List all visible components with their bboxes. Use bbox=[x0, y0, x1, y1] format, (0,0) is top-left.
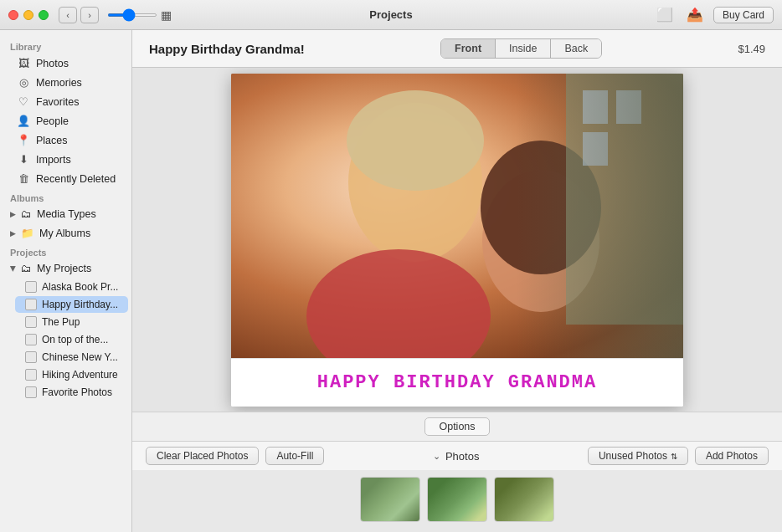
thumbnail-2[interactable] bbox=[427, 477, 487, 522]
toolbar-right: Unused Photos ⇅ Add Photos bbox=[588, 447, 769, 465]
project-item-hiking-adventure[interactable]: Hiking Adventure bbox=[15, 366, 128, 383]
sidebar-item-memories[interactable]: ◎ Memories bbox=[3, 74, 128, 91]
maximize-button[interactable] bbox=[39, 10, 49, 20]
svg-point-1 bbox=[347, 90, 484, 191]
sidebar: Library 🖼 Photos ◎ Memories ♡ Favorites … bbox=[0, 30, 132, 532]
expand-triangle-icon: ▶ bbox=[9, 266, 18, 272]
media-types-group[interactable]: ▶ 🗂 Media Types bbox=[3, 206, 128, 223]
auto-fill-button[interactable]: Auto-Fill bbox=[265, 447, 324, 465]
minimize-button[interactable] bbox=[23, 10, 33, 20]
buy-card-button[interactable]: Buy Card bbox=[713, 7, 774, 23]
card-text-area: HAPPY BIRTHDAY GRANDMA bbox=[231, 358, 683, 407]
media-types-label: Media Types bbox=[37, 208, 96, 220]
my-albums-group[interactable]: ▶ 📁 My Albums bbox=[3, 224, 128, 242]
project-thumbnail-icon bbox=[25, 334, 37, 345]
project-item-favorite-photos[interactable]: Favorite Photos bbox=[15, 384, 128, 401]
thumbnail-1[interactable] bbox=[360, 477, 420, 522]
sidebar-item-label: Favorites bbox=[36, 96, 79, 108]
svg-point-2 bbox=[306, 249, 491, 358]
content-header: Happy Birthday Grandma! Front Inside Bac… bbox=[132, 30, 782, 68]
main-container: Library 🖼 Photos ◎ Memories ♡ Favorites … bbox=[0, 30, 782, 532]
albums-section-label: Albums bbox=[0, 188, 131, 205]
my-projects-group[interactable]: ▶ 🗂 My Projects bbox=[3, 260, 128, 277]
project-title: Happy Birthday Grandma! bbox=[149, 42, 305, 56]
sidebar-item-people[interactable]: 👤 People bbox=[3, 112, 128, 130]
content-area: Happy Birthday Grandma! Front Inside Bac… bbox=[132, 30, 782, 532]
toolbar-center: ⌄ Photos bbox=[433, 450, 479, 463]
zoom-slider[interactable] bbox=[107, 13, 157, 17]
project-thumbnail-icon bbox=[25, 351, 37, 363]
project-label: Alaska Book Pr... bbox=[42, 281, 118, 293]
project-label: On top of the... bbox=[42, 334, 108, 345]
card-display: HAPPY BIRTHDAY GRANDMA bbox=[132, 68, 782, 412]
sidebar-item-label: Imports bbox=[36, 154, 71, 166]
grid-icon: ▦ bbox=[161, 8, 172, 22]
unused-photos-button[interactable]: Unused Photos ⇅ bbox=[588, 447, 688, 465]
sidebar-item-label: Memories bbox=[36, 77, 82, 89]
tab-front[interactable]: Front bbox=[441, 39, 496, 58]
sidebar-item-photos[interactable]: 🖼 Photos bbox=[3, 54, 128, 72]
card-photo-area[interactable] bbox=[231, 74, 683, 358]
sidebar-item-label: Recently Deleted bbox=[36, 173, 116, 185]
sidebar-item-label: Photos bbox=[36, 58, 69, 69]
library-section-label: Library bbox=[0, 37, 131, 54]
price-label: $1.49 bbox=[738, 43, 765, 55]
svg-point-4 bbox=[481, 141, 601, 274]
sidebar-item-label: Places bbox=[36, 135, 68, 146]
project-thumbnail-icon bbox=[25, 281, 37, 293]
project-item-happy-birthday[interactable]: Happy Birthday... bbox=[15, 296, 128, 313]
svg-rect-5 bbox=[566, 74, 683, 325]
imports-icon: ⬇ bbox=[17, 153, 30, 166]
project-label: Hiking Adventure bbox=[42, 369, 118, 381]
forward-nav-button[interactable]: › bbox=[80, 7, 99, 23]
project-label: Favorite Photos bbox=[42, 386, 112, 398]
toolbar-left: Clear Placed Photos Auto-Fill bbox=[146, 447, 324, 465]
photos-label: Photos bbox=[445, 450, 479, 463]
sidebar-item-recently-deleted[interactable]: 🗑 Recently Deleted bbox=[3, 170, 128, 187]
close-button[interactable] bbox=[8, 10, 18, 20]
card-photo-svg bbox=[231, 74, 683, 358]
clear-placed-photos-button[interactable]: Clear Placed Photos bbox=[146, 447, 259, 465]
projects-children: Alaska Book Pr... Happy Birthday... The … bbox=[0, 278, 131, 402]
my-albums-label: My Albums bbox=[39, 228, 90, 239]
tab-inside[interactable]: Inside bbox=[496, 39, 551, 58]
project-item-on-top-of[interactable]: On top of the... bbox=[15, 331, 128, 348]
tab-back[interactable]: Back bbox=[551, 39, 601, 58]
svg-rect-7 bbox=[616, 90, 641, 124]
projects-section-label: Projects bbox=[0, 243, 131, 259]
sidebar-item-favorites[interactable]: ♡ Favorites bbox=[3, 93, 128, 110]
titlebar: ‹ › ▦ Projects ⬜ 📤 Buy Card bbox=[0, 0, 782, 30]
people-icon: 👤 bbox=[17, 115, 30, 127]
photo-strip bbox=[132, 470, 782, 532]
project-thumbnail-icon bbox=[25, 369, 37, 381]
memories-icon: ◎ bbox=[17, 76, 30, 89]
sidebar-item-imports[interactable]: ⬇ Imports bbox=[3, 151, 128, 168]
project-label: Happy Birthday... bbox=[42, 299, 118, 310]
chevron-down-icon: ⌄ bbox=[433, 451, 440, 462]
options-button[interactable]: Options bbox=[424, 417, 489, 436]
project-item-the-pup[interactable]: The Pup bbox=[15, 314, 128, 330]
project-item-alaska[interactable]: Alaska Book Pr... bbox=[15, 279, 128, 295]
collapse-triangle-icon: ▶ bbox=[10, 210, 16, 218]
card-wrapper: HAPPY BIRTHDAY GRANDMA bbox=[231, 74, 683, 407]
unused-photos-label: Unused Photos bbox=[599, 450, 667, 462]
project-label: The Pup bbox=[42, 316, 80, 328]
my-albums-icon: 📁 bbox=[21, 227, 34, 239]
sidebar-toggle-button[interactable]: ⬜ bbox=[653, 5, 677, 24]
traffic-lights bbox=[8, 10, 49, 20]
share-button[interactable]: 📤 bbox=[683, 5, 707, 24]
svg-rect-6 bbox=[583, 90, 608, 124]
project-thumbnail-icon bbox=[25, 386, 37, 398]
options-bar: Options bbox=[132, 412, 782, 441]
back-nav-button[interactable]: ‹ bbox=[59, 7, 77, 23]
add-photos-button[interactable]: Add Photos bbox=[695, 447, 769, 465]
favorites-icon: ♡ bbox=[17, 95, 30, 108]
stepper-icon: ⇅ bbox=[671, 452, 677, 461]
collapse-triangle-icon: ▶ bbox=[10, 229, 16, 238]
sidebar-item-places[interactable]: 📍 Places bbox=[3, 131, 128, 149]
photo-toolbar: Clear Placed Photos Auto-Fill ⌄ Photos U… bbox=[132, 441, 782, 470]
places-icon: 📍 bbox=[17, 134, 30, 146]
project-item-chinese-new[interactable]: Chinese New Y... bbox=[15, 349, 128, 366]
navigation-buttons: ‹ › bbox=[59, 7, 99, 23]
thumbnail-3[interactable] bbox=[494, 477, 554, 522]
